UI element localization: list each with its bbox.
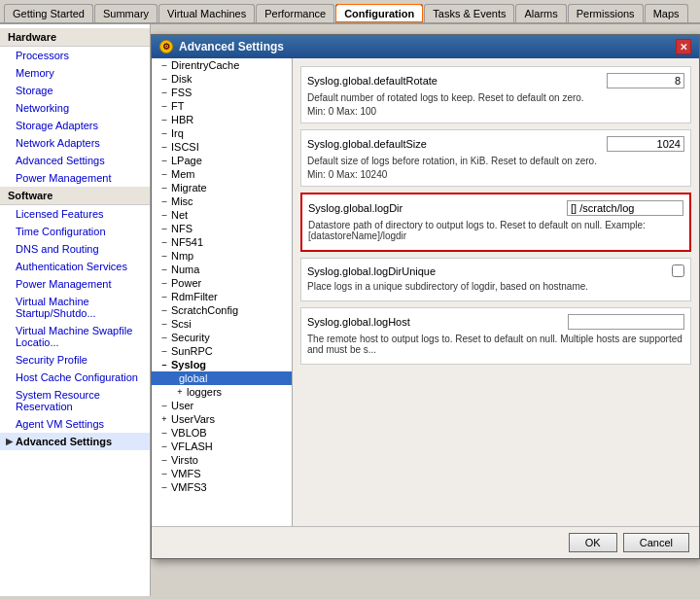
- tree-item-virsto[interactable]: –Virsto: [152, 453, 292, 467]
- setting-block-logdirunique: Syslog.global.logDirUnique Place logs in…: [300, 258, 691, 301]
- setting-desc-loghost: The remote host to output logs to. Reset…: [307, 334, 684, 355]
- sidebar-item-system-resource[interactable]: System Resource Reservation: [0, 386, 150, 415]
- sidebar-item-memory[interactable]: Memory: [0, 64, 150, 82]
- sidebar: Hardware Processors Memory Storage Netwo…: [0, 24, 151, 596]
- sidebar-item-host-cache[interactable]: Host Cache Configuration: [0, 369, 150, 386]
- expand-icon: –: [159, 455, 169, 465]
- expand-icon: –: [159, 88, 169, 97]
- sidebar-item-auth-services[interactable]: Authentication Services: [0, 258, 150, 275]
- tree-item-scsi[interactable]: –Scsi: [152, 317, 292, 331]
- expand-icon: –: [159, 101, 169, 111]
- tree-item-scratchconfig[interactable]: –ScratchConfig: [152, 303, 292, 317]
- expand-icon: –: [159, 156, 169, 165]
- setting-checkbox-logdirunique[interactable]: [672, 264, 684, 277]
- tree-item-fss[interactable]: –FSS: [152, 86, 292, 99]
- expand-icon: –: [159, 441, 169, 451]
- tree-item-lpage[interactable]: –LPage: [152, 154, 292, 167]
- tree-item-iscsi[interactable]: –ISCSI: [152, 140, 292, 154]
- sidebar-item-networking[interactable]: Networking: [0, 99, 150, 117]
- tab-performance[interactable]: Performance: [256, 4, 334, 22]
- expand-icon: –: [159, 360, 169, 370]
- tree-item-syslog-loggers[interactable]: +loggers: [152, 385, 292, 399]
- cancel-button[interactable]: Cancel: [623, 533, 689, 552]
- sidebar-item-advanced-settings[interactable]: ▶ Advanced Settings: [0, 433, 150, 450]
- tree-item-nmp[interactable]: –Nmp: [152, 249, 292, 263]
- sidebar-item-sw-power-management[interactable]: Power Management: [0, 275, 150, 293]
- tree-item-syslog-global[interactable]: global: [152, 371, 292, 385]
- sidebar-item-agent-vm[interactable]: Agent VM Settings: [0, 415, 150, 433]
- sidebar-item-time-configuration[interactable]: Time Configuration: [0, 223, 150, 240]
- tree-item-uservars[interactable]: +UserVars: [152, 412, 292, 426]
- tree-item-disk[interactable]: –Disk: [152, 72, 292, 86]
- setting-input-defaultrotate[interactable]: [607, 73, 684, 88]
- setting-desc-logdirunique: Place logs in a unique subdirectory of l…: [307, 281, 684, 292]
- expand-icon: –: [159, 278, 169, 288]
- setting-desc-logdir: Datastore path of directory to output lo…: [308, 220, 683, 241]
- setting-key-loghost: Syslog.global.logHost: [307, 316, 562, 328]
- expand-icon: –: [159, 305, 169, 315]
- tree-item-nf541[interactable]: –NF541: [152, 235, 292, 249]
- tree-item-mem[interactable]: –Mem: [152, 167, 292, 181]
- sidebar-item-hw-advanced-settings[interactable]: Advanced Settings: [0, 152, 150, 169]
- sidebar-item-storage-adapters[interactable]: Storage Adapters: [0, 117, 150, 134]
- setting-input-loghost[interactable]: [568, 314, 684, 330]
- setting-block-logdir: Syslog.global.logDir Datastore path of d…: [300, 193, 691, 252]
- tab-virtual-machines[interactable]: Virtual Machines: [158, 4, 255, 22]
- setting-block-loghost: Syslog.global.logHost The remote host to…: [300, 307, 691, 365]
- tree-item-nfs[interactable]: –NFS: [152, 222, 292, 235]
- tab-permissions[interactable]: Permissions: [568, 4, 644, 22]
- tree-item-misc[interactable]: –Misc: [152, 194, 292, 208]
- ok-button[interactable]: OK: [569, 533, 617, 552]
- settings-panel: Syslog.global.defaultRotate Default numb…: [293, 58, 699, 526]
- setting-input-defaultsize[interactable]: [607, 136, 684, 152]
- tree-item-user[interactable]: –User: [152, 399, 292, 412]
- expand-icon: –: [159, 319, 169, 329]
- sidebar-item-licensed-features[interactable]: Licensed Features: [0, 205, 150, 223]
- tree-item-power[interactable]: –Power: [152, 276, 292, 290]
- tree-item-vmfs[interactable]: –VMFS: [152, 467, 292, 480]
- expand-icon: –: [159, 196, 169, 206]
- tree-item-net[interactable]: –Net: [152, 208, 292, 222]
- sidebar-item-hw-power-management[interactable]: Power Management: [0, 169, 150, 187]
- tab-tasks-events[interactable]: Tasks & Events: [424, 4, 514, 22]
- tab-getting-started[interactable]: Getting Started: [4, 4, 93, 22]
- tree-item-vmfs3[interactable]: –VMFS3: [152, 480, 292, 494]
- sidebar-item-storage[interactable]: Storage: [0, 82, 150, 99]
- tab-maps[interactable]: Maps: [645, 4, 688, 22]
- tree-item-rdmfilter[interactable]: –RdmFilter: [152, 290, 292, 303]
- tree-item-vblob[interactable]: –VBLOB: [152, 426, 292, 440]
- sidebar-item-security-profile[interactable]: Security Profile: [0, 351, 150, 369]
- sidebar-item-vm-startup[interactable]: Virtual Machine Startup/Shutdo...: [0, 293, 150, 322]
- tree-item-irq[interactable]: –Irq: [152, 126, 292, 140]
- modal-close-button[interactable]: ✕: [676, 39, 691, 54]
- expand-icon: +: [159, 414, 169, 424]
- expand-icon: –: [159, 169, 169, 179]
- tree-item-sunrpc[interactable]: –SunRPC: [152, 344, 292, 358]
- setting-key-defaultsize: Syslog.global.defaultSize: [307, 138, 601, 150]
- tree-item-migrate[interactable]: –Migrate: [152, 181, 292, 194]
- arrow-icon: ▶: [6, 437, 13, 446]
- content-area: ⚙ Advanced Settings ✕ –DirentryCache –Di…: [151, 24, 700, 596]
- sidebar-item-processors[interactable]: Processors: [0, 47, 150, 64]
- tree-item-numa[interactable]: –Numa: [152, 263, 292, 276]
- tab-summary[interactable]: Summary: [94, 4, 158, 22]
- tree-item-hbr[interactable]: –HBR: [152, 113, 292, 126]
- tree-item-direntrycache[interactable]: –DirentryCache: [152, 58, 292, 72]
- expand-icon: –: [159, 346, 169, 356]
- tree-item-vflash[interactable]: –VFLASH: [152, 440, 292, 453]
- setting-input-logdir[interactable]: [567, 200, 683, 216]
- tree-item-security[interactable]: –Security: [152, 331, 292, 344]
- tab-alarms[interactable]: Alarms: [515, 4, 566, 22]
- tab-configuration[interactable]: Configuration: [335, 4, 423, 22]
- setting-row-defaultsize: Syslog.global.defaultSize: [307, 136, 684, 152]
- sidebar-item-vm-swapfile[interactable]: Virtual Machine Swapfile Locatio...: [0, 322, 150, 351]
- setting-row-loghost: Syslog.global.logHost: [307, 314, 684, 330]
- tree-item-syslog[interactable]: –Syslog: [152, 358, 292, 371]
- setting-range-defaultrotate: Min: 0 Max: 100: [307, 106, 684, 117]
- modal-body: –DirentryCache –Disk –FSS –FT –HBR –Irq …: [152, 58, 699, 526]
- tree-item-ft[interactable]: –FT: [152, 99, 292, 113]
- tab-bar: Getting Started Summary Virtual Machines…: [0, 0, 700, 24]
- expand-icon: –: [159, 251, 169, 261]
- sidebar-item-dns-routing[interactable]: DNS and Routing: [0, 240, 150, 258]
- sidebar-item-network-adapters[interactable]: Network Adapters: [0, 134, 150, 152]
